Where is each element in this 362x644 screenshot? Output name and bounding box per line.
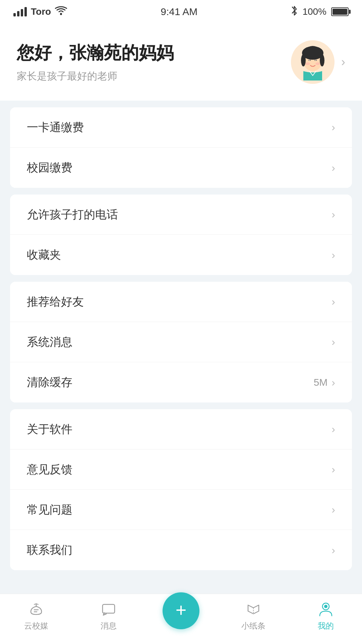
svg-point-12 bbox=[324, 605, 327, 608]
status-right: 100% bbox=[291, 6, 349, 18]
nav-item-messages[interactable]: 消息 bbox=[72, 600, 145, 631]
menu-chevron-allowed-calls: › bbox=[331, 208, 335, 221]
notes-icon bbox=[245, 600, 262, 618]
menu-right-system-msg: › bbox=[331, 336, 335, 348]
menu-right-clear-cache: 5M› bbox=[314, 376, 335, 389]
menu-label-about-app: 关于软件 bbox=[27, 422, 72, 437]
menu-label-faq: 常见问题 bbox=[27, 502, 72, 518]
menu-right-favorites: › bbox=[331, 249, 335, 261]
menu-item-feedback[interactable]: 意见反馈› bbox=[10, 449, 352, 490]
menu-chevron-contact: › bbox=[331, 544, 335, 556]
battery-percent: 100% bbox=[302, 6, 326, 17]
svg-point-4 bbox=[301, 54, 306, 66]
svg-rect-10 bbox=[103, 604, 115, 613]
subtitle-text: 家长是孩子最好的老师 bbox=[17, 69, 174, 83]
section-payment: 一卡通缴费›校园缴费› bbox=[10, 107, 352, 188]
wifi-icon bbox=[55, 6, 67, 18]
menu-right-feedback: › bbox=[331, 463, 335, 476]
menu-item-clear-cache[interactable]: 清除缓存5M› bbox=[10, 362, 352, 402]
menu-right-campus-fee: › bbox=[331, 162, 335, 174]
menu-item-allowed-calls[interactable]: 允许孩子打的电话› bbox=[10, 195, 352, 235]
menu-right-allowed-calls: › bbox=[331, 208, 335, 221]
svg-point-7 bbox=[315, 60, 316, 61]
status-left: Toro bbox=[13, 6, 67, 18]
menu-right-contact: › bbox=[331, 544, 335, 556]
menu-chevron-clear-cache: › bbox=[331, 376, 335, 389]
svg-point-5 bbox=[320, 54, 324, 66]
svg-point-9 bbox=[315, 62, 320, 65]
menu-right-recommend: › bbox=[331, 296, 335, 308]
fab-plus-icon: + bbox=[176, 601, 187, 620]
menu-label-yikatong: 一卡通缴费 bbox=[27, 120, 84, 135]
notes-label: 小纸条 bbox=[241, 621, 265, 631]
menu-label-system-msg: 系统消息 bbox=[27, 334, 72, 350]
menu-chevron-yikatong: › bbox=[331, 121, 335, 133]
menu-value-clear-cache: 5M bbox=[314, 377, 328, 388]
messages-label: 消息 bbox=[101, 621, 117, 631]
menu-item-system-msg[interactable]: 系统消息› bbox=[10, 322, 352, 362]
header-right: › bbox=[291, 40, 345, 84]
nav-fab-center: + bbox=[145, 592, 217, 629]
menu-right-faq: › bbox=[331, 503, 335, 516]
avatar bbox=[291, 40, 335, 84]
yunxiaomei-label: 云校媒 bbox=[24, 621, 48, 631]
menu-item-contact[interactable]: 联系我们› bbox=[10, 530, 352, 570]
menu-chevron-campus-fee: › bbox=[331, 162, 335, 174]
mine-icon bbox=[317, 600, 335, 618]
section-social: 推荐给好友›系统消息›清除缓存5M› bbox=[10, 282, 352, 402]
mine-label: 我的 bbox=[318, 621, 334, 631]
svg-point-6 bbox=[309, 60, 310, 61]
menu-label-feedback: 意见反馈 bbox=[27, 462, 72, 477]
menu-item-faq[interactable]: 常见问题› bbox=[10, 490, 352, 530]
menu-label-favorites: 收藏夹 bbox=[27, 247, 61, 263]
status-bar: Toro 9:41 AM 100% bbox=[0, 0, 362, 23]
menu-chevron-faq: › bbox=[331, 503, 335, 516]
header-text: 您好，张瀚苑的妈妈 家长是孩子最好的老师 bbox=[17, 41, 174, 83]
nav-item-mine[interactable]: 我的 bbox=[290, 600, 362, 631]
menu-item-favorites[interactable]: 收藏夹› bbox=[10, 235, 352, 275]
menu-chevron-recommend: › bbox=[331, 296, 335, 308]
svg-point-8 bbox=[305, 62, 310, 65]
bottom-navigation: 云校媒 消息 + 小纸条 bbox=[0, 594, 362, 644]
fab-add-button[interactable]: + bbox=[163, 592, 199, 629]
avatar-image bbox=[294, 44, 331, 80]
nav-item-yunxiaomei[interactable]: 云校媒 bbox=[0, 600, 72, 631]
menu-item-campus-fee[interactable]: 校园缴费› bbox=[10, 148, 352, 188]
yunxiaomei-icon bbox=[27, 600, 45, 618]
signal-icon bbox=[13, 7, 27, 16]
menu-label-campus-fee: 校园缴费 bbox=[27, 160, 72, 175]
menu-label-recommend: 推荐给好友 bbox=[27, 294, 84, 310]
menu-item-recommend[interactable]: 推荐给好友› bbox=[10, 282, 352, 322]
carrier-label: Toro bbox=[31, 6, 51, 17]
menu-chevron-feedback: › bbox=[331, 463, 335, 476]
menu-label-allowed-calls: 允许孩子打的电话 bbox=[27, 207, 118, 222]
section-about: 关于软件›意见反馈›常见问题›联系我们› bbox=[10, 409, 352, 570]
battery-icon bbox=[331, 7, 349, 16]
section-settings: 允许孩子打的电话›收藏夹› bbox=[10, 195, 352, 275]
menu-label-contact: 联系我们 bbox=[27, 542, 72, 558]
profile-header[interactable]: 您好，张瀚苑的妈妈 家长是孩子最好的老师 bbox=[0, 23, 362, 101]
menu-label-clear-cache: 清除缓存 bbox=[27, 375, 72, 390]
menu-chevron-favorites: › bbox=[331, 249, 335, 261]
menu-right-yikatong: › bbox=[331, 121, 335, 133]
menu-item-about-app[interactable]: 关于软件› bbox=[10, 409, 352, 449]
status-time: 9:41 AM bbox=[161, 6, 197, 17]
nav-item-notes[interactable]: 小纸条 bbox=[217, 600, 290, 631]
menu-right-about-app: › bbox=[331, 423, 335, 435]
header-chevron-icon: › bbox=[341, 55, 345, 69]
menu-chevron-system-msg: › bbox=[331, 336, 335, 348]
menu-sections: 一卡通缴费›校园缴费›允许孩子打的电话›收藏夹›推荐给好友›系统消息›清除缓存5… bbox=[0, 107, 362, 570]
bluetooth-icon bbox=[291, 6, 298, 18]
messages-icon bbox=[100, 600, 117, 618]
greeting-text: 您好，张瀚苑的妈妈 bbox=[17, 41, 174, 65]
menu-item-yikatong[interactable]: 一卡通缴费› bbox=[10, 107, 352, 148]
menu-chevron-about-app: › bbox=[331, 423, 335, 435]
svg-point-0 bbox=[60, 13, 62, 15]
